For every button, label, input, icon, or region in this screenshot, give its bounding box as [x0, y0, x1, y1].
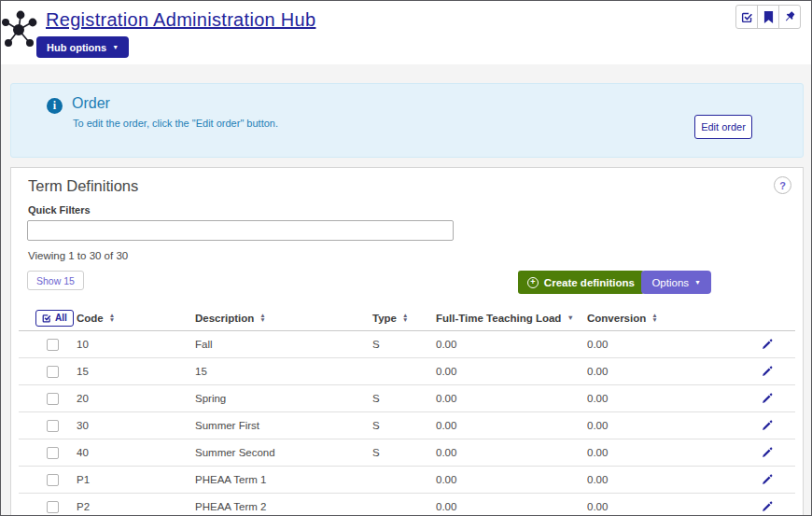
sort-icon: ▲▼ [109, 314, 115, 322]
column-header-conversion[interactable]: Conversion▲▼ [587, 313, 739, 324]
cell-description: Spring [195, 393, 372, 404]
quick-filters-input[interactable] [27, 220, 454, 241]
info-icon: i [47, 98, 63, 114]
bookmark-button[interactable] [757, 5, 779, 29]
row-checkbox[interactable] [47, 447, 59, 459]
pencil-icon [761, 393, 773, 405]
cell-type: S [372, 339, 436, 350]
cell-description: Summer First [195, 420, 372, 431]
row-checkbox[interactable] [47, 501, 59, 513]
check-square-button[interactable] [735, 5, 758, 29]
create-definitions-label: Create definitions [544, 277, 635, 288]
pencil-icon [761, 339, 773, 351]
table-row: 20 Spring S 0.00 0.00 [19, 385, 795, 412]
pencil-icon [761, 420, 773, 432]
check-square-icon [741, 11, 753, 23]
options-button[interactable]: Options ▼ [641, 271, 711, 294]
column-header-type[interactable]: Type▲▼ [372, 313, 436, 324]
create-definitions-button[interactable]: + Create definitions [518, 271, 644, 294]
cell-full-time-teaching-load: 0.00 [436, 447, 587, 458]
options-label: Options [651, 277, 689, 288]
sort-icon: ▼ [567, 314, 573, 321]
chevron-down-icon: ▼ [112, 44, 119, 50]
app-window: Registration Administration Hub Hub opti… [0, 0, 812, 516]
cell-full-time-teaching-load: 0.00 [436, 393, 587, 404]
row-checkbox[interactable] [47, 420, 59, 432]
sort-icon: ▲▼ [259, 314, 265, 322]
check-square-icon [42, 314, 51, 323]
cell-code: P2 [77, 501, 195, 512]
cell-description: Fall [195, 339, 372, 350]
column-header-full-time-teaching-load[interactable]: Full-Time Teaching Load▼ [436, 313, 587, 324]
cell-type: S [372, 447, 436, 458]
page-title-link[interactable]: Registration Administration Hub [46, 9, 315, 31]
cell-conversion: 0.00 [587, 339, 739, 350]
plus-circle-icon: + [527, 277, 539, 288]
select-all-button[interactable]: All [35, 310, 74, 327]
cell-code: 30 [77, 420, 195, 431]
cell-full-time-teaching-load: 0.00 [436, 420, 587, 431]
header-toolbar [736, 5, 801, 29]
row-checkbox[interactable] [47, 339, 59, 351]
table-row: 30 Summer First S 0.00 0.00 [19, 412, 795, 439]
row-checkbox[interactable] [47, 474, 59, 486]
pencil-icon [761, 447, 773, 459]
row-checkbox[interactable] [47, 366, 59, 378]
sort-icon: ▲▼ [651, 314, 657, 322]
cell-conversion: 0.00 [587, 393, 739, 404]
help-button[interactable]: ? [774, 176, 791, 194]
cell-type: S [372, 420, 436, 431]
table-body: 10 Fall S 0.00 0.00 15 15 0.00 0.00 [19, 331, 795, 516]
viewing-status: Viewing 1 to 30 of 30 [28, 250, 128, 261]
top-bar: Registration Administration Hub Hub opti… [1, 1, 811, 64]
cell-description: PHEAA Term 2 [195, 501, 372, 512]
cell-conversion: 0.00 [587, 474, 739, 485]
cell-description: Summer Second [195, 447, 372, 458]
sort-icon: ▲▼ [402, 314, 408, 322]
chevron-down-icon: ▼ [694, 279, 701, 286]
pencil-icon [761, 366, 773, 378]
cell-description: PHEAA Term 1 [195, 474, 372, 485]
term-definitions-panel: Term Definitions ? Quick Filters Viewing… [10, 167, 804, 516]
edit-row-button[interactable] [759, 418, 775, 434]
order-info-panel: i Order To edit the order, click the "Ed… [10, 83, 804, 158]
edit-row-button[interactable] [759, 337, 775, 353]
edit-row-button[interactable] [759, 472, 775, 488]
show-15-button[interactable]: Show 15 [27, 271, 84, 290]
edit-row-button[interactable] [759, 364, 775, 380]
row-checkbox[interactable] [47, 393, 59, 405]
cell-code: 15 [77, 366, 195, 377]
cell-type: S [372, 393, 436, 404]
cell-full-time-teaching-load: 0.00 [436, 366, 587, 377]
pencil-icon [761, 501, 773, 513]
table-row: 15 15 0.00 0.00 [19, 358, 795, 385]
cell-full-time-teaching-load: 0.00 [436, 501, 587, 512]
hub-logo-icon [2, 7, 39, 55]
table-row: P1 PHEAA Term 1 0.00 0.00 [19, 467, 795, 494]
cell-description: 15 [195, 366, 372, 377]
edit-row-button[interactable] [759, 499, 775, 515]
cell-code: 40 [77, 447, 195, 458]
quick-filters-label: Quick Filters [28, 204, 91, 216]
hub-options-button[interactable]: Hub options ▼ [36, 36, 129, 58]
hub-options-label: Hub options [47, 42, 106, 53]
edit-row-button[interactable] [759, 445, 775, 461]
table-row: P2 PHEAA Term 2 0.00 0.00 [19, 494, 795, 516]
edit-row-button[interactable] [759, 391, 775, 407]
cell-conversion: 0.00 [587, 447, 739, 458]
cell-full-time-teaching-load: 0.00 [436, 474, 587, 485]
edit-order-button[interactable]: Edit order [694, 115, 752, 139]
cell-conversion: 0.00 [587, 501, 739, 512]
order-panel-description: To edit the order, click the "Edit order… [73, 118, 278, 129]
select-all-label: All [55, 313, 67, 323]
column-header-description[interactable]: Description▲▼ [195, 313, 372, 324]
column-header-code[interactable]: Code▲▼ [77, 313, 195, 324]
table-row: 10 Fall S 0.00 0.00 [19, 331, 795, 358]
pencil-icon [761, 474, 773, 486]
order-panel-title: Order [72, 95, 110, 112]
pin-button[interactable] [778, 5, 801, 29]
cell-conversion: 0.00 [587, 420, 739, 431]
pin-icon [783, 10, 796, 23]
term-definitions-title: Term Definitions [28, 177, 138, 195]
cell-full-time-teaching-load: 0.00 [436, 339, 587, 350]
